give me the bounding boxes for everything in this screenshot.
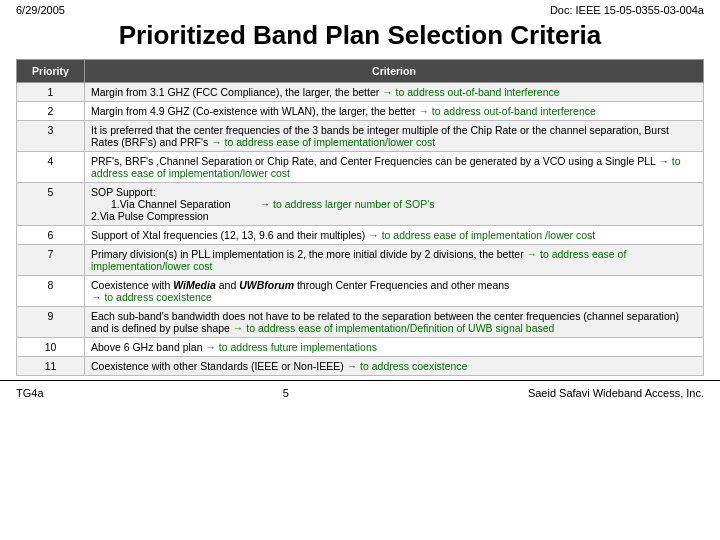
priority-cell: 5 — [17, 183, 85, 226]
criterion-cell: It is preferred that the center frequenc… — [85, 121, 704, 152]
criterion-cell: PRF's, BRF's ,Channel Separation or Chip… — [85, 152, 704, 183]
col-header-priority: Priority — [17, 60, 85, 83]
priority-cell: 2 — [17, 102, 85, 121]
priority-cell: 6 — [17, 226, 85, 245]
criterion-cell: Margin from 3.1 GHZ (FCC Compliance), th… — [85, 83, 704, 102]
criterion-cell: Above 6 GHz band plan → to address futur… — [85, 338, 704, 357]
priority-cell: 10 — [17, 338, 85, 357]
footer-right: Saeid Safavi Wideband Access, Inc. — [528, 387, 704, 399]
criterion-cell: Each sub-band's bandwidth does not have … — [85, 307, 704, 338]
table-row: 4PRF's, BRF's ,Channel Separation or Chi… — [17, 152, 704, 183]
criterion-cell: Coexistence with WiMedia and UWBforum th… — [85, 276, 704, 307]
priority-cell: 8 — [17, 276, 85, 307]
criterion-cell: Primary division(s) in PLL implementatio… — [85, 245, 704, 276]
criterion-cell: Coexistence with other Standards (IEEE o… — [85, 357, 704, 376]
criterion-cell: Support of Xtal frequencies (12, 13, 9.6… — [85, 226, 704, 245]
page-title: Prioritized Band Plan Selection Criteria — [0, 18, 720, 59]
col-header-criterion: Criterion — [85, 60, 704, 83]
header-doc: Doc: IEEE 15-05-0355-03-004a — [550, 4, 704, 16]
table-row: 2Margin from 4.9 GHZ (Co-existence with … — [17, 102, 704, 121]
header-bar: 6/29/2005 Doc: IEEE 15-05-0355-03-004a — [0, 0, 720, 18]
priority-cell: 7 — [17, 245, 85, 276]
header-date: 6/29/2005 — [16, 4, 65, 16]
priority-cell: 1 — [17, 83, 85, 102]
footer-center: 5 — [44, 387, 528, 399]
table-row: 9Each sub-band's bandwidth does not have… — [17, 307, 704, 338]
table-row: 10Above 6 GHz band plan → to address fut… — [17, 338, 704, 357]
criteria-table: Priority Criterion 1Margin from 3.1 GHZ … — [16, 59, 704, 376]
criterion-cell: SOP Support:1.Via Channel Separation → t… — [85, 183, 704, 226]
priority-cell: 11 — [17, 357, 85, 376]
content: Priority Criterion 1Margin from 3.1 GHZ … — [0, 59, 720, 376]
table-row: 6Support of Xtal frequencies (12, 13, 9.… — [17, 226, 704, 245]
table-row: 1Margin from 3.1 GHZ (FCC Compliance), t… — [17, 83, 704, 102]
priority-cell: 9 — [17, 307, 85, 338]
table-row: 11Coexistence with other Standards (IEEE… — [17, 357, 704, 376]
priority-cell: 4 — [17, 152, 85, 183]
table-row: 5SOP Support:1.Via Channel Separation → … — [17, 183, 704, 226]
footer-left: TG4a — [16, 387, 44, 399]
priority-cell: 3 — [17, 121, 85, 152]
footer: TG4a 5 Saeid Safavi Wideband Access, Inc… — [0, 380, 720, 401]
table-row: 7Primary division(s) in PLL implementati… — [17, 245, 704, 276]
criterion-cell: Margin from 4.9 GHZ (Co-existence with W… — [85, 102, 704, 121]
table-row: 3It is preferred that the center frequen… — [17, 121, 704, 152]
table-row: 8Coexistence with WiMedia and UWBforum t… — [17, 276, 704, 307]
